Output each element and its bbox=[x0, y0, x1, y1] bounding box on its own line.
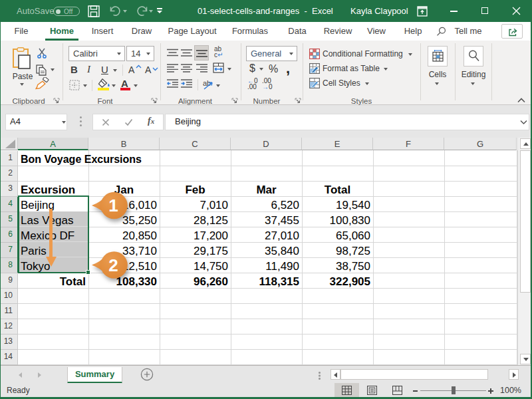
svg-text:1: 1 bbox=[108, 196, 118, 215]
svg-text:2: 2 bbox=[108, 255, 118, 275]
